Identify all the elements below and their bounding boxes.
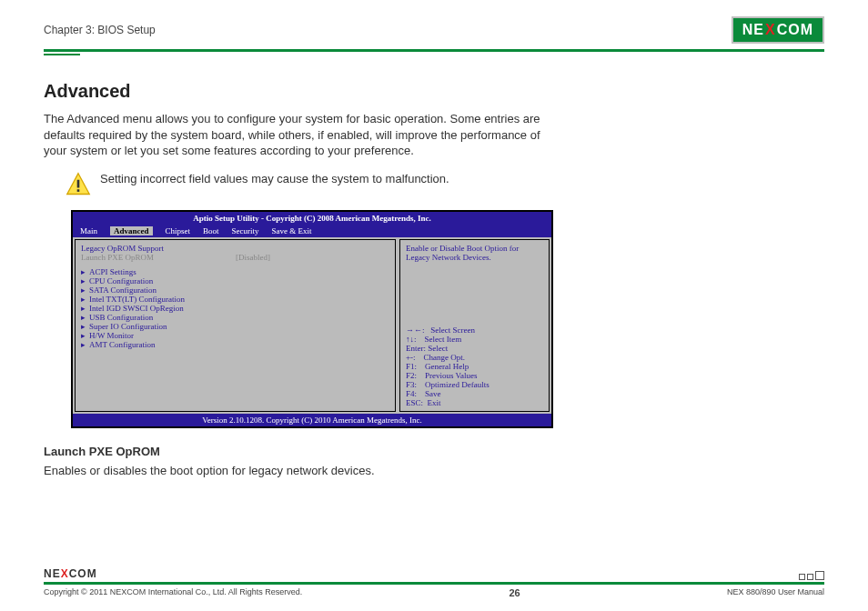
bios-key: ESC: Exit xyxy=(406,398,543,407)
header-rule xyxy=(44,49,824,55)
bios-key: F4: Save xyxy=(406,389,543,398)
bios-item-value: [Disabled] xyxy=(236,253,270,262)
footer-decoration-icon xyxy=(799,571,824,580)
bios-key: Enter: Select xyxy=(406,344,543,353)
bios-submenu: Intel TXT(LT) Configuration xyxy=(89,295,185,304)
triangle-right-icon: ▸ xyxy=(81,267,86,276)
page-title: Advanced xyxy=(44,81,553,102)
section-body: Enables or disables the boot option for … xyxy=(44,464,553,477)
bios-tab-advanced: Advanced xyxy=(110,226,153,235)
bios-tab-boot: Boot xyxy=(203,226,219,235)
bios-tab-chipset: Chipset xyxy=(166,226,191,235)
bios-key-help: →←: Select Screen ↑↓: Select Item Enter:… xyxy=(406,326,543,407)
bios-submenu: Intel IGD SWSCI OpRegion xyxy=(89,304,184,313)
bios-help-text: Enable or Disable Boot Option for Legacy… xyxy=(406,244,543,262)
footer-doc-title: NEX 880/890 User Manual xyxy=(727,587,824,598)
bios-submenu: Super IO Configuration xyxy=(89,322,167,331)
footer-copyright: Copyright © 2011 NEXCOM International Co… xyxy=(44,587,302,598)
bios-submenu: ACPI Settings xyxy=(89,267,136,276)
logo-part-right: COM xyxy=(777,22,813,38)
triangle-right-icon: ▸ xyxy=(81,322,86,331)
svg-rect-1 xyxy=(77,179,80,187)
bios-key: +-: Change Opt. xyxy=(406,353,543,362)
bios-key: ↑↓: Select Item xyxy=(406,335,543,344)
bios-submenu: USB Configuration xyxy=(89,313,153,322)
triangle-right-icon: ▸ xyxy=(81,331,86,340)
triangle-right-icon: ▸ xyxy=(81,313,86,322)
bios-key: →←: Select Screen xyxy=(406,326,543,335)
bios-tab-security: Security xyxy=(232,226,259,235)
bios-submenu: H/W Monitor xyxy=(89,331,134,340)
bios-left-pane: Legacy OpROM Support Launch PXE OpROM [D… xyxy=(75,239,396,412)
bios-submenu: SATA Configuration xyxy=(89,285,156,295)
triangle-right-icon: ▸ xyxy=(81,304,86,313)
intro-paragraph: The Advanced menu allows you to configur… xyxy=(44,111,553,159)
bios-key: F2: Previous Values xyxy=(406,371,543,380)
footer-rule xyxy=(44,582,824,585)
bios-tab-save-exit: Save & Exit xyxy=(272,226,312,235)
bios-group-title: Legacy OpROM Support xyxy=(81,244,389,253)
footer-logo-left: NE xyxy=(44,567,61,580)
bios-right-pane: Enable or Disable Boot Option for Legacy… xyxy=(399,239,550,412)
warning-icon xyxy=(66,172,91,197)
footer-logo-right: COM xyxy=(69,567,97,580)
warning-text: Setting incorrect field values may cause… xyxy=(100,172,449,187)
triangle-right-icon: ▸ xyxy=(81,295,86,304)
bios-item-label: Launch PXE OpROM xyxy=(81,253,154,262)
svg-rect-2 xyxy=(77,189,80,192)
bios-title: Aptio Setup Utility - Copyright (C) 2008… xyxy=(73,212,551,225)
footer-logo-x: X xyxy=(61,567,69,580)
bios-screenshot: Aptio Setup Utility - Copyright (C) 2008… xyxy=(71,210,553,428)
chapter-label: Chapter 3: BIOS Setup xyxy=(44,24,156,36)
page-number: 26 xyxy=(509,587,520,598)
triangle-right-icon: ▸ xyxy=(81,276,86,285)
section-heading: Launch PXE OpROM xyxy=(44,445,553,458)
logo-part-left: NE xyxy=(742,22,764,38)
bios-submenu: CPU Configuration xyxy=(89,276,153,285)
logo-part-x: X xyxy=(765,22,776,38)
bios-tab-main: Main xyxy=(80,226,97,235)
bios-key: F1: General Help xyxy=(406,362,543,371)
bios-tab-bar: Main Advanced Chipset Boot Security Save… xyxy=(73,225,551,237)
bios-key: F3: Optimized Defaults xyxy=(406,380,543,389)
triangle-right-icon: ▸ xyxy=(81,285,86,295)
footer-logo: NEXCOM xyxy=(44,567,97,580)
bios-version: Version 2.10.1208. Copyright (C) 2010 Am… xyxy=(73,414,551,426)
bios-submenu: AMT Configuration xyxy=(89,340,156,349)
nexcom-logo: NEXCOM xyxy=(732,16,824,44)
triangle-right-icon: ▸ xyxy=(81,340,86,349)
